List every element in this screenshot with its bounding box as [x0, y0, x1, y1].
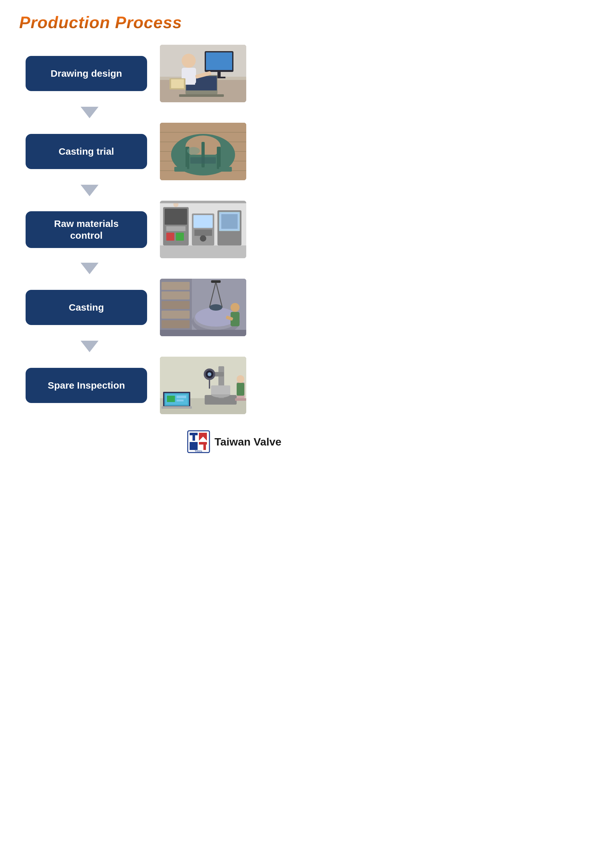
process-left-raw-materials: Raw materialscontrol [26, 211, 147, 248]
process-row-casting: Casting [26, 279, 288, 336]
svg-rect-9 [179, 94, 224, 97]
svg-point-32 [187, 147, 200, 155]
process-row-spare-inspection: Spare Inspection [26, 356, 288, 414]
svg-text:TVCCL: TVCCL [195, 450, 202, 452]
svg-rect-42 [193, 215, 213, 228]
svg-rect-97 [193, 433, 195, 441]
svg-rect-90 [211, 386, 230, 394]
process-label-raw-materials: Raw materialscontrol [54, 218, 119, 242]
brand-name: Taiwan Valve [215, 436, 281, 448]
svg-rect-35 [160, 245, 246, 258]
process-label-drawing-design: Drawing design [51, 67, 122, 79]
svg-rect-30 [174, 167, 187, 172]
svg-rect-29 [190, 157, 216, 164]
svg-rect-69 [160, 330, 246, 336]
svg-rect-5 [218, 72, 221, 77]
svg-rect-102 [204, 442, 206, 450]
svg-point-66 [230, 303, 239, 312]
process-left-spare-inspection: Spare Inspection [26, 368, 147, 403]
process-image-casting-trial [160, 123, 246, 180]
arrow-1 [26, 102, 147, 123]
svg-rect-31 [219, 167, 232, 172]
svg-rect-80 [162, 406, 192, 409]
arrow-down-2 [81, 185, 98, 196]
process-left-drawing-design: Drawing design [26, 56, 147, 91]
process-label-casting: Casting [69, 301, 104, 313]
svg-rect-39 [166, 232, 174, 241]
svg-rect-43 [194, 229, 212, 236]
svg-rect-38 [166, 226, 185, 231]
process-left-casting: Casting [26, 290, 147, 325]
svg-rect-64 [211, 280, 221, 283]
svg-point-93 [237, 375, 244, 383]
process-label-casting-trial: Casting trial [59, 146, 114, 158]
svg-point-10 [182, 54, 196, 68]
process-image-drawing-design [160, 45, 246, 102]
svg-marker-98 [199, 433, 207, 441]
process-left-casting-trial: Casting trial [26, 134, 147, 169]
svg-rect-58 [162, 320, 190, 328]
process-row-casting-trial: Casting trial [26, 123, 288, 180]
svg-rect-55 [162, 291, 190, 299]
svg-rect-92 [235, 398, 246, 401]
arrow-4 [26, 336, 147, 356]
arrow-down-1 [81, 107, 98, 118]
process-box-casting-trial: Casting trial [26, 134, 147, 169]
svg-rect-78 [177, 396, 186, 398]
svg-point-44 [200, 235, 206, 242]
tvccl-logo-icon: TVCCL [187, 430, 210, 453]
svg-rect-15 [171, 79, 184, 88]
svg-rect-4 [206, 53, 232, 70]
svg-rect-40 [176, 232, 184, 241]
svg-rect-27 [217, 147, 221, 169]
process-box-raw-materials: Raw materialscontrol [26, 211, 147, 248]
process-box-casting: Casting [26, 290, 147, 325]
arrow-down-3 [81, 263, 98, 274]
arrow-down-4 [81, 341, 98, 352]
svg-rect-48 [221, 214, 238, 229]
process-label-spare-inspection: Spare Inspection [48, 379, 125, 392]
svg-rect-99 [190, 442, 197, 450]
arrow-3 [26, 258, 147, 279]
svg-rect-57 [162, 311, 190, 319]
process-box-spare-inspection: Spare Inspection [26, 368, 147, 403]
brand-logo-box: TVCCL Taiwan Valve [187, 430, 281, 453]
svg-rect-50 [160, 201, 246, 203]
svg-rect-94 [237, 383, 244, 396]
svg-rect-54 [162, 282, 190, 290]
svg-point-65 [210, 304, 222, 311]
svg-point-87 [208, 372, 211, 376]
process-image-raw-materials [160, 201, 246, 258]
svg-rect-37 [165, 209, 187, 225]
process-box-drawing-design: Drawing design [26, 56, 147, 91]
page-title: Production Process [19, 13, 288, 32]
process-row-drawing-design: Drawing design [26, 45, 288, 102]
svg-rect-77 [167, 396, 175, 402]
process-row-raw-materials: Raw materialscontrol [26, 201, 288, 258]
svg-rect-79 [177, 400, 183, 401]
arrow-2 [26, 180, 147, 201]
svg-rect-56 [162, 301, 190, 309]
process-flow: Drawing design [19, 45, 288, 414]
process-image-casting [160, 279, 246, 336]
logo-section: TVCCL Taiwan Valve [19, 430, 288, 453]
process-image-spare-inspection [160, 356, 246, 414]
